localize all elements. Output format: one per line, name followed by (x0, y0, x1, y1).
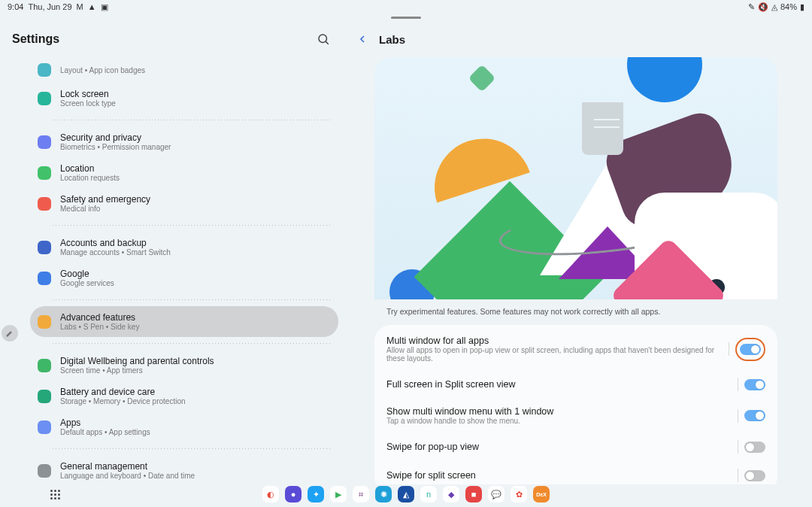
sidebar-item-title: Location (60, 163, 120, 174)
taskbar-chrome-icon[interactable]: ◐ (262, 486, 279, 502)
sidebar-item-subtitle: Storage • Memory • Device protection (60, 397, 186, 405)
settings-panel: Settings Layout • App icon badgesLock sc… (0, 23, 346, 484)
row-title: Swipe for split screen (386, 470, 476, 481)
sidebar-item-subtitle: Biometrics • Permission manager (60, 143, 171, 151)
taskbar-app-purple-icon[interactable]: ◆ (443, 486, 459, 502)
status-bar: 9:04 Thu, Jun 29 M ▲ ▣ ✎ 🔇 ◬ 84% ▮ (0, 0, 812, 14)
taskbar-samsung-internet-icon[interactable]: ● (285, 486, 301, 502)
warning-icon: ▲ (88, 2, 96, 11)
sidebar-item-general[interactable]: General managementLanguage and keyboard … (30, 455, 338, 484)
sidebar-item-battery[interactable]: Battery and device careStorage • Memory … (30, 381, 338, 411)
taskbar: ◐●✦▶⌗✺◭n◆■💬✿DeX (0, 484, 812, 504)
sidebar-item-title: Apps (60, 417, 150, 428)
sidebar-divider (53, 225, 331, 226)
apps-button[interactable] (47, 486, 63, 502)
row-title: Multi window for all apps (386, 335, 729, 346)
wifi-icon: ◬ (771, 2, 777, 12)
back-button[interactable] (352, 29, 373, 50)
labs-options-card: Multi window for all appsAllow all apps … (374, 325, 777, 484)
taskbar-app-n-icon[interactable]: n (420, 486, 437, 502)
sidebar-divider (53, 120, 331, 120)
taskbar-photos-icon[interactable]: ✿ (511, 486, 527, 502)
separator (738, 409, 738, 423)
taskbar-dex-icon[interactable]: DeX (533, 486, 550, 502)
taskbar-app-blue-icon[interactable]: ✺ (375, 486, 392, 502)
sidebar-item-title: Digital Wellbeing and parental controls (60, 356, 214, 366)
settings-title: Settings (12, 32, 59, 46)
sidebar-item-subtitle: Screen time • App timers (60, 366, 214, 375)
taskbar-play-icon[interactable]: ▶ (330, 486, 347, 502)
safety-icon (38, 197, 51, 211)
sidebar-item-subtitle: Screen lock type (60, 99, 116, 108)
google-icon (38, 272, 51, 285)
sidebar-item-apps[interactable]: AppsDefault apps • App settings (30, 411, 338, 442)
separator (729, 342, 729, 356)
sidebar-item-subtitle: Google services (60, 279, 114, 287)
mute-icon: 🔇 (758, 2, 768, 12)
sidebar-item-title: General management (60, 461, 195, 472)
sidebar-item-subtitle: Labs • S Pen • Side key (60, 323, 139, 331)
sidebar-divider (53, 448, 331, 449)
toggle-multi-window[interactable] (740, 344, 761, 355)
taskbar-twitter-icon[interactable]: ✦ (308, 486, 324, 502)
apps-icon (38, 420, 51, 434)
row-title: Swipe for pop-up view (386, 442, 479, 452)
toggle-multi-menu[interactable] (744, 410, 765, 421)
labs-row-swipe-split[interactable]: Swipe for split screen (374, 461, 777, 484)
search-button[interactable] (313, 29, 334, 50)
battery-icon: ▮ (800, 2, 804, 12)
gmail-icon: M (77, 2, 83, 11)
app-handle[interactable] (391, 17, 421, 19)
sidebar-item-lock-screen[interactable]: Lock screenScreen lock type (30, 83, 338, 114)
row-subtitle: Allow all apps to open in pop-up view or… (386, 346, 729, 363)
labs-hero-image (374, 57, 777, 299)
taskbar-app-arch-icon[interactable]: ◭ (398, 486, 414, 502)
sidebar-item-title: Advanced features (60, 312, 139, 323)
sidebar-item-google[interactable]: GoogleGoogle services (30, 263, 338, 293)
status-date: Thu, Jun 29 (28, 2, 71, 11)
sidebar-item-wellbeing[interactable]: Digital Wellbeing and parental controlsS… (30, 350, 338, 381)
taskbar-app-red-icon[interactable]: ■ (465, 486, 482, 502)
toggle-swipe-split[interactable] (744, 470, 765, 481)
location-icon (38, 166, 51, 180)
svg-point-0 (319, 35, 327, 43)
sidebar-item-title: Battery and device care (60, 387, 186, 397)
labs-row-fullscreen-split[interactable]: Full screen in Split screen view (374, 370, 777, 399)
battery-icon (38, 390, 51, 403)
sidebar-item-home-screen[interactable]: Layout • App icon badges (30, 57, 338, 83)
sidebar-item-accounts[interactable]: Accounts and backupManage accounts • Sma… (30, 232, 338, 263)
sidebar-item-title: Google (60, 269, 114, 279)
sidebar-item-subtitle: Medical info (60, 205, 150, 213)
sidebar-item-title: Accounts and backup (60, 238, 171, 248)
advanced-icon (38, 315, 51, 329)
detail-panel: Labs Try experimental features. Some fea… (346, 23, 806, 484)
svg-line-1 (326, 41, 328, 44)
labs-row-multi-window[interactable]: Multi window for all appsAllow all apps … (374, 328, 777, 370)
sidebar-item-title: Lock screen (60, 89, 116, 99)
sidebar-item-advanced[interactable]: Advanced featuresLabs • S Pen • Side key (30, 306, 338, 337)
row-title: Full screen in Split screen view (386, 379, 516, 390)
separator (738, 440, 738, 454)
sidebar-item-subtitle: Default apps • App settings (60, 428, 150, 436)
wellbeing-icon (38, 359, 51, 372)
sidebar-item-subtitle: Layout • App icon badges (60, 66, 145, 74)
taskbar-slack-icon[interactable]: ⌗ (353, 486, 369, 502)
toggle-fullscreen-split[interactable] (744, 379, 765, 390)
sidebar-item-title: Security and privacy (60, 132, 171, 143)
labs-row-swipe-popup[interactable]: Swipe for pop-up view (374, 433, 777, 461)
security-privacy-icon (38, 135, 51, 149)
toggle-swipe-popup[interactable] (744, 442, 765, 453)
sidebar-item-security-privacy[interactable]: Security and privacyBiometrics • Permiss… (30, 126, 338, 157)
detail-title: Labs (379, 33, 405, 46)
sidebar-item-location[interactable]: LocationLocation requests (30, 157, 338, 188)
labs-row-multi-menu[interactable]: Show multi window menu with 1 windowTap … (374, 399, 777, 433)
taskbar-app-chat-icon[interactable]: 💬 (488, 486, 504, 502)
lock-screen-icon (38, 92, 51, 105)
sidebar-item-safety[interactable]: Safety and emergencyMedical info (30, 188, 338, 219)
labs-description: Try experimental features. Some features… (346, 299, 806, 320)
sidebar-item-title: Safety and emergency (60, 194, 150, 205)
row-title: Show multi window menu with 1 window (386, 406, 553, 417)
row-subtitle: Tap a window handle to show the menu. (386, 417, 553, 425)
separator (738, 378, 738, 391)
highlight-ring (735, 338, 765, 361)
